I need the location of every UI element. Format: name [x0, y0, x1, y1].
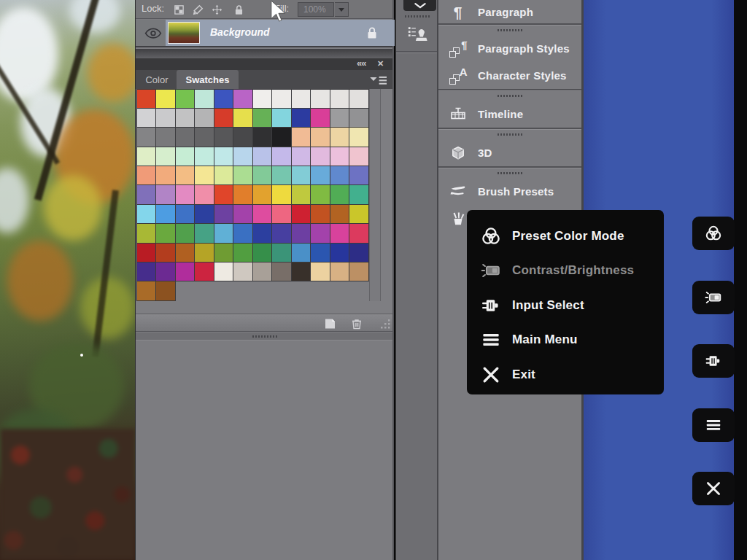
swatch-r7c9[interactable] [291, 204, 311, 224]
monitor-button-input-select[interactable] [692, 344, 735, 378]
swatch-r4c12[interactable] [349, 147, 369, 166]
swatch-r4c2[interactable] [155, 147, 176, 166]
layer-thumbnail[interactable] [168, 22, 200, 44]
swatch-r5c10[interactable] [310, 166, 330, 185]
close-panel-icon[interactable]: ✕ [377, 59, 384, 69]
swatch-r6c1[interactable] [136, 184, 157, 204]
lock-image-brush-icon[interactable] [191, 3, 204, 16]
swatch-r1c5[interactable] [214, 89, 234, 109]
swatch-r2c4[interactable] [194, 108, 214, 128]
drag-handle[interactable] [405, 15, 430, 18]
swatch-r7c8[interactable] [271, 204, 292, 224]
swatch-r6c9[interactable] [291, 184, 311, 204]
osd-item-contrast-brightness[interactable]: Contrast/Brightness [467, 254, 664, 289]
swatch-r8c4[interactable] [194, 223, 214, 243]
swatch-r4c9[interactable] [291, 147, 311, 166]
swatch-r4c10[interactable] [310, 147, 330, 166]
osd-item-input-select[interactable]: Input Select [467, 288, 664, 323]
swatch-r1c7[interactable] [252, 89, 273, 109]
swatch-r9c1[interactable] [136, 243, 157, 262]
lock-transparency-icon[interactable] [172, 3, 185, 16]
swatch-r9c6[interactable] [233, 243, 253, 262]
swatch-r10c10[interactable] [310, 262, 330, 281]
swatch-r7c1[interactable] [136, 204, 157, 224]
swatch-r9c4[interactable] [194, 243, 214, 262]
swatch-r9c7[interactable] [252, 243, 273, 262]
swatch-r9c11[interactable] [330, 243, 350, 262]
swatch-r2c8[interactable] [271, 108, 292, 128]
swatch-r2c6[interactable] [233, 108, 253, 128]
panel-separator[interactable] [136, 332, 392, 341]
swatch-r1c3[interactable] [175, 89, 196, 109]
collapse-dock-button[interactable] [403, 0, 436, 11]
swatch-r1c11[interactable] [330, 89, 350, 109]
swatch-r10c8[interactable] [271, 262, 292, 281]
swatch-r7c3[interactable] [175, 204, 196, 224]
swatch-r10c7[interactable] [252, 262, 273, 281]
swatch-r8c7[interactable] [252, 223, 273, 243]
swatch-r5c8[interactable] [271, 166, 292, 185]
swatch-r8c3[interactable] [175, 223, 196, 243]
swatch-r8c8[interactable] [271, 223, 292, 243]
swatch-r10c6[interactable] [233, 262, 253, 281]
dock-item-timeline[interactable]: Timeline [438, 101, 581, 128]
swatch-r8c10[interactable] [310, 223, 330, 243]
swatch-r5c4[interactable] [194, 166, 214, 185]
swatch-r8c11[interactable] [330, 223, 350, 243]
swatch-r6c12[interactable] [349, 184, 369, 204]
osd-item-exit[interactable]: Exit [467, 357, 664, 392]
tab-swatches[interactable]: Swatches [177, 70, 239, 89]
swatch-r5c2[interactable] [155, 166, 176, 185]
swatch-r3c11[interactable] [330, 127, 350, 147]
swatch-r1c1[interactable] [136, 89, 157, 109]
dock-item-paragraph-styles[interactable]: ¶ Paragraph Styles [438, 35, 581, 62]
swatch-r2c5[interactable] [214, 108, 234, 128]
swatch-r5c11[interactable] [330, 166, 350, 185]
swatch-r9c3[interactable] [175, 243, 196, 262]
swatch-r10c3[interactable] [175, 262, 196, 281]
osd-item-preset-color-mode[interactable]: Preset Color Mode [467, 219, 664, 254]
swatch-r6c3[interactable] [175, 184, 196, 204]
panel-menu-icon[interactable] [369, 74, 388, 85]
dock-item-character-styles[interactable]: A Character Styles [438, 62, 581, 89]
swatch-r2c12[interactable] [349, 108, 369, 128]
fill-dropdown-arrow[interactable] [335, 2, 349, 17]
swatch-r3c7[interactable] [252, 127, 273, 147]
swatch-r10c12[interactable] [349, 262, 369, 281]
swatch-r10c11[interactable] [330, 262, 350, 281]
swatch-r8c6[interactable] [233, 223, 253, 243]
swatch-r10c2[interactable] [155, 262, 176, 281]
swatch-r3c12[interactable] [349, 127, 369, 147]
swatch-r6c8[interactable] [271, 184, 292, 204]
swatch-r2c2[interactable] [155, 108, 176, 128]
swatch-r11c1[interactable] [136, 281, 157, 300]
swatch-r11c2[interactable] [155, 281, 176, 300]
swatch-r2c11[interactable] [330, 108, 350, 128]
drag-handle[interactable] [252, 335, 277, 338]
swatch-r3c10[interactable] [310, 127, 330, 147]
swatch-r1c9[interactable] [291, 89, 311, 109]
swatch-r4c5[interactable] [214, 147, 234, 166]
swatch-r10c5[interactable] [214, 262, 234, 281]
swatch-r1c6[interactable] [233, 89, 253, 109]
swatch-r10c9[interactable] [291, 262, 311, 281]
swatch-r5c9[interactable] [291, 166, 311, 185]
swatch-r7c6[interactable] [233, 204, 253, 224]
scrollbar-gutter[interactable] [369, 89, 381, 301]
swatch-r3c9[interactable] [291, 127, 311, 147]
swatch-r2c1[interactable] [136, 108, 157, 128]
monitor-button-preset-color-mode[interactable] [692, 217, 735, 250]
swatch-r2c10[interactable] [310, 108, 330, 128]
drag-handle[interactable] [498, 29, 522, 31]
layer-name[interactable]: Background [210, 26, 270, 38]
swatch-r6c6[interactable] [233, 184, 253, 204]
lock-all-icon[interactable] [232, 3, 245, 16]
resize-grip-icon[interactable] [379, 318, 391, 330]
swatch-r6c2[interactable] [155, 184, 176, 204]
swatch-r4c7[interactable] [252, 147, 273, 166]
swatch-r4c6[interactable] [233, 147, 253, 166]
dock-item-paragraph[interactable]: ¶ Paragraph [438, 0, 581, 23]
swatch-r7c10[interactable] [310, 204, 330, 224]
swatch-r4c8[interactable] [271, 147, 292, 166]
swatch-r1c4[interactable] [194, 89, 214, 109]
